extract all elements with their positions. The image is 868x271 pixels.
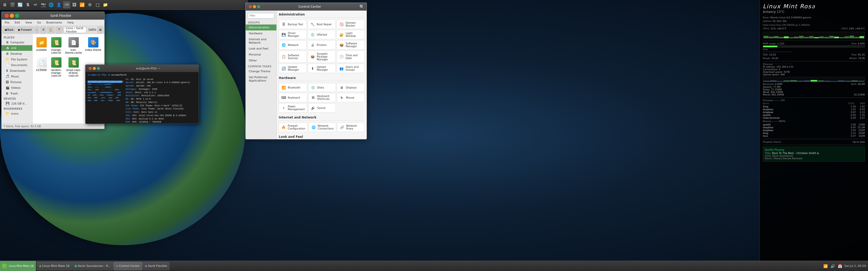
cc-boot-repair[interactable]: 🔧 Boot Repair: [308, 20, 336, 29]
cc-sidebar-other[interactable]: Other: [246, 58, 276, 64]
cc-gparted[interactable]: 💿 GParted: [308, 30, 336, 39]
panel-icon-settings[interactable]: ⚙: [86, 1, 94, 8]
cc-synaptic[interactable]: 📦 Synaptic Package Manager: [308, 50, 336, 63]
cc-close[interactable]: [249, 5, 252, 8]
panel-icon-edit[interactable]: ✏: [32, 1, 39, 8]
cc-printers[interactable]: 🖨 Printers: [308, 40, 336, 49]
panel-icon-globe[interactable]: 🌐: [48, 1, 55, 8]
taskbar-app-sardi[interactable]: Sardi Flexible: [143, 262, 169, 270]
file-item-license[interactable]: 📄 LICENSE: [35, 56, 48, 78]
cc-maximize[interactable]: [257, 5, 260, 8]
cc-firewall[interactable]: 🔥 Firewall Configuration: [279, 123, 308, 132]
taskbar-volume-icon[interactable]: 🔊: [830, 263, 835, 269]
cc-keyboard-shortcuts[interactable]: ⌘ Keyboard Shortcuts: [308, 93, 336, 102]
cc-time-date[interactable]: 🕐 Time and Date: [337, 50, 365, 63]
cc-upload-manager[interactable]: ⬆ Upload Manager: [308, 64, 336, 73]
cc-disks[interactable]: 💿 Disks: [308, 83, 336, 92]
toolbar-btn-home[interactable]: 🏠: [47, 27, 55, 33]
cc-power-management[interactable]: ⚡ Power Management: [279, 103, 307, 112]
terminal-maximize[interactable]: [97, 67, 100, 70]
cc-users-groups[interactable]: 👥 Users and Groups: [337, 64, 365, 73]
cc-network-connections[interactable]: 🌐 Network Connections: [309, 123, 336, 132]
file-item-change-color[interactable]: 📜 change-color.sh: [49, 36, 63, 55]
cc-sidebar-change-theme[interactable]: Change Theme: [246, 68, 276, 74]
sidebar-item-trash[interactable]: 🗑 Trash: [2, 91, 32, 96]
taskbar-network-icon[interactable]: 📶: [823, 263, 828, 269]
menu-edit[interactable]: Edit: [12, 21, 22, 25]
toolbar-btn-reload[interactable]: ↺: [40, 27, 46, 33]
cc-sidebar-personal[interactable]: Personal: [246, 52, 276, 58]
terminal-close[interactable]: [89, 67, 92, 70]
panel-icon-cm[interactable]: CM: [63, 1, 70, 8]
panel-icon-user[interactable]: 👤: [55, 1, 63, 8]
sidebar-item-pictures[interactable]: 🖼 Pictures: [2, 79, 32, 85]
file-manager-minimize[interactable]: [10, 14, 14, 18]
file-manager-maximize[interactable]: [15, 14, 19, 18]
zoom-fit[interactable]: ⊞: [97, 27, 103, 33]
terminal-minimize[interactable]: [93, 67, 96, 70]
sidebar-item-downloads[interactable]: ⬇ Downloads: [2, 68, 32, 74]
cc-software-sources[interactable]: 📋 Software Sources: [279, 50, 307, 63]
cc-sidebar-hardware[interactable]: Hardware: [246, 30, 276, 36]
taskbar-start-button[interactable]: Linux Mint Mate 18: [0, 261, 36, 271]
panel-icon-s[interactable]: S: [24, 1, 32, 8]
panel-icon-window[interactable]: □: [94, 1, 101, 8]
toolbar-btn-location[interactable]: 📍: [56, 27, 63, 33]
file-item-smallcaps[interactable]: 📜 small-caps-of-blue-color.sh: [64, 56, 83, 78]
panel-icon-image[interactable]: 🖼: [71, 1, 78, 8]
cc-software-manager[interactable]: 📦 Software Manager: [337, 40, 365, 49]
panel-icon-wifi[interactable]: 📶: [79, 1, 86, 8]
sidebar-item-music[interactable]: 🎵 Music: [2, 74, 32, 79]
sidebar-item-computer[interactable]: 🖥 Computer: [2, 39, 32, 45]
cc-keyboard[interactable]: ⌨ Keyboard: [279, 93, 307, 102]
sidebar-item-icons[interactable]: 📁 icons: [2, 111, 32, 116]
file-item-scalable[interactable]: 📁 scalable: [35, 36, 48, 55]
sidebar-item-documents[interactable]: 📄 Documents: [2, 62, 32, 68]
menu-bookmarks[interactable]: Bookmarks: [44, 21, 64, 25]
cc-sidebar-look-feel[interactable]: Look and Feel: [246, 46, 276, 52]
cc-displays[interactable]: 🖥 Displays: [337, 83, 365, 92]
file-item-cache[interactable]: 📄 icon-theme.cache: [64, 36, 83, 55]
cc-mouse[interactable]: 🖱 Mouse: [337, 93, 365, 102]
panel-icon-computer[interactable]: 🖥: [1, 1, 8, 8]
taskbar-app-mint[interactable]: Linux Mint Mate 18: [37, 262, 72, 270]
cc-search-icon[interactable]: 🔍: [359, 4, 365, 9]
menu-view[interactable]: View: [23, 21, 34, 25]
cc-update-manager[interactable]: 🔄 Update Manager: [279, 64, 307, 73]
cc-network[interactable]: 🌐 Network: [279, 40, 307, 49]
file-item-index[interactable]: 🎨 index.theme: [84, 36, 102, 55]
panel-icon-media[interactable]: 🎬: [9, 1, 16, 8]
cc-sidebar-administration[interactable]: Administration: [246, 25, 276, 30]
cc-filter-input[interactable]: [248, 13, 274, 19]
sidebar-item-videos[interactable]: 🎬 Videos: [2, 85, 32, 91]
cc-minimize[interactable]: [253, 5, 256, 8]
forward-button[interactable]: ▶ Forward: [17, 27, 33, 33]
sidebar-item-desktop[interactable]: 🖥 Desktop: [2, 51, 32, 57]
cc-sidebar-preferred-apps[interactable]: Set Preferred Applications: [246, 74, 276, 83]
cc-login-window[interactable]: 🔐 Login Window: [337, 30, 365, 39]
sidebar-item-filesystem[interactable]: 📁 File System: [2, 57, 32, 62]
menu-file[interactable]: File: [3, 21, 11, 25]
cc-sound[interactable]: 🔊 Sound: [308, 103, 336, 112]
cc-sidebar-internet-network[interactable]: Internet and Network: [246, 36, 276, 46]
taskbar-app-control-center[interactable]: Control Center: [114, 262, 142, 270]
cc-backup-tool[interactable]: 🗄 Backup Tool: [279, 20, 307, 29]
menu-go[interactable]: Go: [35, 21, 43, 25]
file-manager-close[interactable]: [5, 14, 9, 18]
sidebar-item-erik[interactable]: 🏠 erik: [2, 45, 32, 51]
panel-icon-folder[interactable]: 📁: [102, 1, 109, 8]
cc-network-proxy[interactable]: 🔗 Network Proxy: [337, 123, 365, 132]
panel-icon-refresh[interactable]: 🔄: [17, 1, 24, 8]
terminal-content[interactable]: erik@erik-P5Q:~$ screenfetch ███████████…: [86, 72, 199, 124]
sidebar-item-disk[interactable]: 💾 126 GB V...: [2, 101, 32, 106]
toolbar-btn-up[interactable]: ↑: [34, 27, 39, 33]
menu-help[interactable]: Help: [65, 21, 76, 25]
panel-icon-camera[interactable]: 📷: [40, 1, 47, 8]
taskbar-calendar-icon[interactable]: 📅: [837, 263, 843, 269]
cc-bluetooth[interactable]: 📶 Bluetooth: [279, 83, 307, 92]
back-button[interactable]: ◀ Back: [3, 27, 16, 33]
cc-driver-manager[interactable]: 💾 Driver Manager: [279, 30, 307, 39]
file-item-random[interactable]: 📜 random-change-color.sh: [49, 56, 63, 78]
cc-domain-blocker[interactable]: 🚫 Domain Blocker: [337, 20, 365, 29]
taskbar-app-spotify[interactable]: Kevin Saunderson - R...: [72, 262, 113, 270]
